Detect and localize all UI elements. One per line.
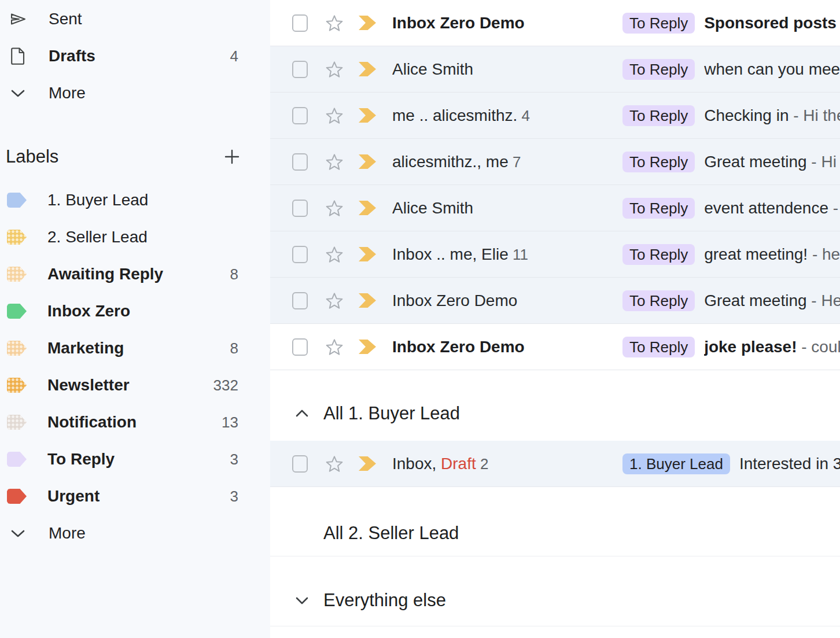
label-tag-icon [7,304,27,319]
subject: joke please! - could [704,338,840,356]
sidebar-item-sent[interactable]: Sent [0,1,270,38]
sidebar-label-marketing[interactable]: Marketing 8 [0,330,270,367]
section-header-buyer-lead[interactable]: All 1. Buyer Lead [295,402,840,425]
label-count: 8 [230,265,238,283]
checkbox[interactable] [292,61,308,78]
label-tag-icon [7,267,27,282]
email-row[interactable]: Alice Smith To Reply when can you meet [270,46,840,93]
section-header-everything-else[interactable]: Everything else [295,590,840,611]
sidebar-label-buyer-lead[interactable]: 1. Buyer Lead [0,182,270,219]
chevron-down-icon [8,529,28,538]
sender: Inbox Zero Demo [392,14,622,32]
label-count: 3 [230,488,238,506]
email-row[interactable]: me .. alicesmithz. 4 To Reply Checking i… [270,93,840,139]
label-chip[interactable]: To Reply [622,244,695,265]
label-tag-icon [7,193,27,208]
email-row[interactable]: Inbox Zero Demo To Reply Sponsored posts… [270,0,840,46]
sidebar: Sent Drafts 4 More Labels 1. Buyer L [0,0,270,638]
star-icon[interactable] [325,338,344,356]
create-label-button[interactable] [223,147,241,166]
label-chip[interactable]: To Reply [622,198,695,219]
label-chip[interactable]: 1. Buyer Lead [622,453,730,474]
importance-marker-icon[interactable] [359,108,376,123]
sender: Inbox .. me, Elie 11 [392,245,622,264]
section-header-seller-lead[interactable]: All 2. Seller Lead [295,523,840,544]
label-name: Marketing [47,339,124,357]
label-count: 8 [230,340,238,357]
checkbox[interactable] [292,153,308,171]
send-icon [8,10,28,28]
importance-marker-icon[interactable] [359,456,376,471]
section-divider [270,626,840,626]
label-chip[interactable]: To Reply [622,105,695,126]
star-icon[interactable] [325,292,344,310]
sidebar-item-more[interactable]: More [0,75,270,112]
label-chip[interactable]: To Reply [622,13,695,34]
importance-marker-icon[interactable] [359,62,376,76]
sidebar-labels-more[interactable]: More [0,515,270,552]
star-icon[interactable] [325,455,344,473]
star-icon[interactable] [325,106,344,125]
label-count: 13 [222,414,238,432]
checkbox[interactable] [292,14,308,32]
label-tag-icon [7,415,27,430]
sidebar-label-newsletter[interactable]: Newsletter 332 [0,367,270,404]
label-count: 3 [230,451,238,469]
label-tag-icon [7,378,27,393]
checkbox[interactable] [292,246,308,263]
sidebar-item-label: Sent [49,10,82,28]
importance-marker-icon[interactable] [359,293,376,308]
label-chip[interactable]: To Reply [622,152,695,172]
sidebar-label-seller-lead[interactable]: 2. Seller Lead [0,219,270,256]
label-chip[interactable]: To Reply [622,59,695,80]
checkbox[interactable] [292,200,308,217]
label-chip[interactable]: To Reply [622,337,695,357]
subject: when can you meet [704,60,840,79]
importance-marker-icon[interactable] [359,247,376,261]
checkbox[interactable] [292,107,308,124]
label-name: 2. Seller Lead [47,228,148,246]
importance-marker-icon[interactable] [359,154,376,169]
email-row[interactable]: Inbox Zero Demo To Reply Great meeting -… [270,278,840,324]
star-icon[interactable] [325,245,344,264]
sidebar-label-notification[interactable]: Notification 13 [0,404,270,441]
checkbox[interactable] [292,292,308,309]
label-tag-icon [7,452,27,467]
sidebar-label-inbox-zero[interactable]: Inbox Zero [0,293,270,330]
star-icon[interactable] [325,199,344,217]
email-row[interactable]: Inbox .. me, Elie 11 To Reply great meet… [270,231,840,278]
label-tag-icon [7,341,27,356]
star-icon[interactable] [325,153,344,171]
checkbox[interactable] [292,338,308,356]
star-icon[interactable] [325,60,344,79]
label-name: To Reply [47,450,115,469]
sidebar-label-to-reply[interactable]: To Reply 3 [0,441,270,478]
star-icon[interactable] [325,14,344,32]
email-row[interactable]: Inbox Zero Demo To Reply joke please! - … [270,324,840,370]
label-chip[interactable]: To Reply [622,290,695,311]
importance-marker-icon[interactable] [359,201,376,215]
email-row[interactable]: Alice Smith To Reply event attendence - … [270,185,840,231]
section-divider [270,556,840,556]
sender: Inbox Zero Demo [392,338,622,356]
label-count: 332 [213,377,238,394]
label-name: Inbox Zero [47,302,130,320]
sidebar-item-drafts[interactable]: Drafts 4 [0,38,270,75]
importance-marker-icon[interactable] [359,16,376,30]
subject: great meeting! - hey [704,245,840,264]
subject: Checking in - Hi ther [704,106,840,125]
label-name: Awaiting Reply [47,265,163,283]
sidebar-item-label: More [49,524,86,543]
email-row[interactable]: alicesmithz., me 7 To Reply Great meetin… [270,139,840,185]
label-name: Urgent [47,487,100,506]
importance-marker-icon[interactable] [359,340,376,354]
label-name: 1. Buyer Lead [47,191,148,209]
email-row[interactable]: Inbox, Draft 2 1. Buyer Lead Interested … [270,441,840,487]
sidebar-label-awaiting-reply[interactable]: Awaiting Reply 8 [0,256,270,293]
gmail-app: Sent Drafts 4 More Labels 1. Buyer L [0,0,840,638]
subject: Interested in 3-b [739,455,840,473]
chevron-down-icon [8,89,28,98]
chevron-up-icon [295,408,309,419]
sidebar-label-urgent[interactable]: Urgent 3 [0,478,270,515]
checkbox[interactable] [292,455,308,473]
